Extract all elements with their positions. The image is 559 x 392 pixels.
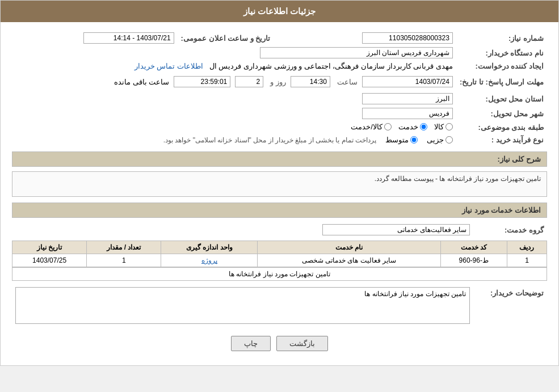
th-name: نام خدمت [258,241,440,254]
buyer-notes-label: توضیحات خریدار: [473,285,547,327]
main-info-table: شماره نیاز: تاریخ و ساعت اعلان عمومی: نا… [12,31,547,146]
city-label: شهر محل تحویل: [456,106,547,121]
service-group-label: گروه خدمت: [473,222,547,237]
province-label: استان محل تحویل: [456,91,547,106]
row-buyer-notes: توضیحات خریدار: [12,285,547,327]
row-province: استان محل تحویل: [12,91,547,106]
row-purchase-type: نوع فرآیند خرید : جزیی متوسط پرداخت [12,134,547,146]
service-group-table: گروه خدمت: [12,222,547,237]
cell-unit: پروژه [161,254,258,267]
need-number-input[interactable] [362,32,453,44]
page-title: جزئیات اطلاعات نیاز [243,6,316,16]
service-group-input[interactable] [322,224,470,235]
th-row: ردیف [507,241,547,254]
announce-label: تاریخ و ساعت اعلان عمومی: [178,31,274,45]
category-label: طبقه بندی موضوعی: [456,121,547,134]
print-button[interactable]: چاپ [231,336,271,351]
th-unit: واحد اندازه گیری [161,241,258,254]
row-buyer-org: نام دستگاه خریدار: [12,45,547,60]
radio-kala-khedmat[interactable] [384,123,392,130]
th-count: تعداد / مقدار [87,241,161,254]
buyer-notes-textarea[interactable] [15,287,470,324]
category-radio-group: کالا خدمت کالا/خدمت [351,123,453,131]
need-number-value [291,31,456,45]
row-deadline: مهلت ارسال پاسخ: تا تاریخ: ساعت روز و سا… [12,72,547,91]
back-button[interactable]: بازگشت [276,336,328,351]
days-label: روز و [270,78,286,86]
button-row: بازگشت چاپ [12,336,547,351]
th-code: کد خدمت [440,241,507,254]
announce-value [12,31,178,45]
row-need-number: شماره نیاز: تاریخ و ساعت اعلان عمومی: [12,31,547,45]
service-notes-value: تامین تجهیزات مورد نیاز فرانتخانه ها [229,270,330,278]
type-jozi: جزیی [427,136,453,144]
deadline-remaining: ساعت باقی مانده [114,78,169,86]
buyer-org-label: نام دستگاه خریدار: [456,45,547,60]
deadline-days-input[interactable] [235,76,263,87]
service-notes-row: تامین تجهیزات مورد نیاز فرانتخانه ها [12,268,547,281]
general-desc-value: تامین تجهیزات مورد نیاز فرانتخانه ها - پ… [375,175,541,183]
cell-name: سایر فعالیت های خدماتی شخصی [258,254,440,267]
row-category: طبقه بندی موضوعی: کالا خدمت [12,121,547,134]
purchase-type-note: پرداخت تمام یا بخشی از مبلغ خریدار از مح… [163,136,376,144]
th-date: تاریخ نیاز [12,241,87,254]
service-notes-table: تامین تجهیزات مورد نیاز فرانتخانه ها [12,267,547,281]
page-header: جزئیات اطلاعات نیاز [1,1,558,22]
creator-link[interactable]: اطلاعات تماس خریدار [135,62,203,70]
deadline-time-input[interactable] [291,76,330,87]
services-title: اطلاعات خدمات مورد نیاز [462,206,541,214]
services-data-table: ردیف کد خدمت نام خدمت واحد اندازه گیری ت… [12,241,547,267]
deadline-date-input[interactable] [362,76,453,87]
radio-motavaset[interactable] [410,136,418,144]
creator-text: مهدی قربانی کاربرداز سازمان فرهنگی، اجتم… [209,62,453,70]
buyer-org-input[interactable] [260,47,453,58]
category-khedmat: خدمت [398,123,427,131]
service-notes-cell: تامین تجهیزات مورد نیاز فرانتخانه ها [12,268,547,281]
cell-date: 1403/07/25 [12,254,87,267]
cell-row: 1 [507,254,547,267]
purchase-type-label: نوع فرآیند خرید : [456,134,547,146]
deadline-seconds-input[interactable] [174,76,230,87]
table-header-row: ردیف کد خدمت نام خدمت واحد اندازه گیری ت… [12,241,547,254]
row-service-group: گروه خدمت: [12,222,547,237]
cell-count: 1 [87,254,161,267]
buyer-org-value [12,45,456,60]
general-desc-section-title: شرح کلی نیاز: [12,151,547,167]
category-kala: کالا [434,123,453,131]
cell-code: ط-96-960 [440,254,507,267]
city-input[interactable] [362,108,453,119]
time-label: ساعت [337,78,358,86]
category-kala-khedmat: کالا/خدمت [351,123,392,131]
creator-label: ایجاد کننده درخواست: [456,60,547,72]
announce-input[interactable] [83,32,174,44]
type-motavaset: متوسط [385,136,418,144]
table-row: 1 ط-96-960 سایر فعالیت های خدماتی شخصی پ… [12,254,547,267]
row-city: شهر محل تحویل: [12,106,547,121]
deadline-row: ساعت روز و ساعت باقی مانده [12,72,456,91]
radio-khedmat[interactable] [420,123,427,130]
services-section-title: اطلاعات خدمات مورد نیاز [12,203,547,218]
content-area: شماره نیاز: تاریخ و ساعت اعلان عمومی: نا… [1,22,558,365]
creator-value: مهدی قربانی کاربرداز سازمان فرهنگی، اجتم… [12,60,456,72]
province-input[interactable] [362,93,453,104]
deadline-label: مهلت ارسال پاسخ: تا تاریخ: [456,72,547,91]
radio-kala[interactable] [445,123,453,130]
radio-jozi[interactable] [445,136,453,144]
need-number-label: شماره نیاز: [456,31,547,45]
page-wrapper: جزئیات اطلاعات نیاز شماره نیاز: تاریخ و … [0,0,559,366]
general-desc-notes: تامین تجهیزات مورد نیاز فرانتخانه ها - پ… [12,171,547,197]
general-desc-label: شرح کلی نیاز: [497,155,541,163]
buyer-notes-table: توضیحات خریدار: [12,285,547,327]
row-creator: ایجاد کننده درخواست: مهدی قربانی کاربردا… [12,60,547,72]
